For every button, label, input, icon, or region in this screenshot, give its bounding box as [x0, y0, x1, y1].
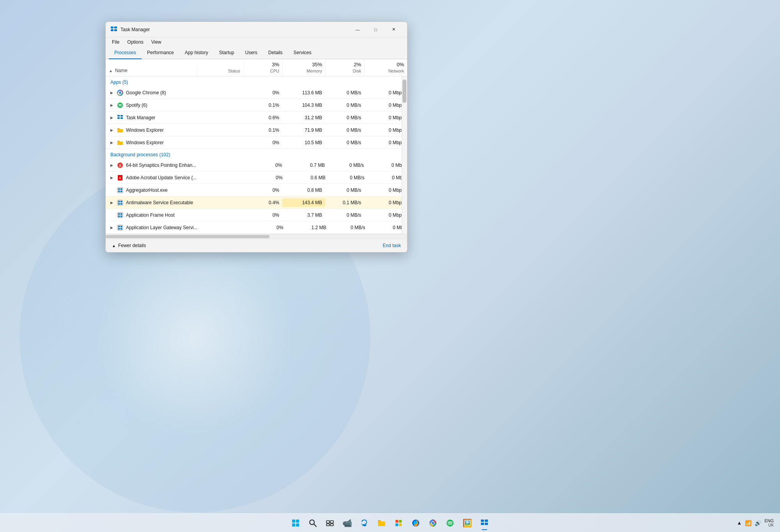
col-network[interactable]: 0% Network [364, 59, 407, 76]
process-name: Windows Explorer [126, 140, 164, 145]
h-scrollbar-thumb[interactable] [106, 235, 269, 238]
meet-taskbar-button[interactable]: 📹 [339, 515, 355, 531]
tab-startup[interactable]: Startup [214, 47, 240, 59]
process-memory: 104.3 MB [282, 101, 325, 110]
svg-rect-36 [121, 228, 122, 230]
expand-button[interactable]: ▶ [109, 225, 114, 230]
table-row[interactable]: ▶ Antimalware Service Executable 0.4% [106, 196, 407, 209]
process-name-cell: ▶ Google Chrome (8) [106, 88, 197, 98]
col-disk[interactable]: 2% Disk [325, 59, 364, 76]
chrome-process-icon [117, 89, 124, 96]
expand-button[interactable]: ▶ [109, 200, 114, 205]
minimize-button[interactable]: — [349, 23, 367, 36]
store-taskbar-button[interactable] [391, 515, 406, 531]
volume-icon[interactable]: 🔊 [755, 520, 761, 526]
process-disk: 0 MB/s [329, 223, 368, 232]
task-manager-window: Task Manager — □ ✕ File Options View Pro… [105, 21, 408, 253]
table-row[interactable]: Application Frame Host 0% 3.7 MB 0 MB/s … [106, 209, 407, 221]
file-explorer-taskbar-button[interactable] [374, 515, 389, 531]
process-disk: 0 MB/s [325, 101, 364, 110]
menu-options[interactable]: Options [124, 38, 146, 46]
col-memory[interactable]: 35% Memory [282, 59, 325, 76]
task-view-button[interactable] [322, 515, 338, 531]
process-memory: 113.6 MB [282, 88, 325, 97]
table-row[interactable]: ▶ Windows Explorer 0% 10.5 MB 0 MB/s 0 M… [106, 136, 407, 149]
scrollbar-thumb[interactable] [402, 80, 406, 103]
table-row[interactable]: ▶ Task Manager 0.6% 31.2 MB 0 MB/s [106, 111, 407, 124]
expand-button[interactable]: ▶ [109, 115, 114, 120]
col-cpu-pct: 3% [247, 62, 279, 68]
process-name-cell: ▶ A Adobe Acrobat Update Service (... [106, 173, 200, 183]
process-memory: 0.8 MB [282, 186, 325, 194]
chrome-taskbar-button[interactable] [425, 515, 441, 531]
fewer-details-label: Fewer details [118, 243, 146, 248]
alg-process-icon [117, 224, 124, 231]
svg-point-5 [119, 92, 121, 94]
explorer-process-icon [117, 127, 124, 134]
search-taskbar-button[interactable] [305, 515, 321, 531]
fewer-details-button[interactable]: ▲ Fewer details [112, 243, 146, 248]
process-name-cell: ▶ Windows Explorer [106, 125, 197, 135]
table-row[interactable]: ▶ S 64-bit Synaptics Pointing Enhan... 0… [106, 159, 407, 171]
process-cpu: 0.1% [243, 101, 282, 110]
process-name-cell: Application Frame Host [106, 210, 197, 220]
expand-button[interactable]: ▶ [109, 175, 114, 180]
col-cpu[interactable]: 3% CPU [243, 59, 282, 76]
process-name-cell: ▶ Antimalware Service Executable [106, 198, 197, 208]
expand-button[interactable]: ▶ [109, 103, 114, 108]
taskman-taskbar-button[interactable] [477, 515, 492, 531]
tab-users[interactable]: Users [239, 47, 262, 59]
col-status[interactable]: Status [197, 66, 243, 76]
svg-rect-28 [118, 213, 120, 215]
table-row[interactable]: ▶ Spotify (6) 0.1% 104.3 MB 0 MB/s [106, 99, 407, 111]
start-button[interactable] [288, 515, 303, 531]
firefox-taskbar-button[interactable] [408, 515, 424, 531]
table-row[interactable]: ▶ Google Chrome (8) [106, 87, 407, 99]
menu-view[interactable]: View [148, 38, 165, 46]
svg-rect-3 [114, 29, 117, 31]
process-name: Antimalware Service Executable [126, 200, 193, 205]
svg-rect-18 [118, 188, 120, 190]
expand-button[interactable]: ▶ [109, 163, 114, 168]
table-row[interactable]: ▶ Application Layer Gateway Servi... 0% [106, 221, 407, 234]
table-row[interactable]: ▶ A Adobe Acrobat Update Service (... 0%… [106, 171, 407, 184]
tab-processes[interactable]: Processes [109, 47, 142, 59]
table-row[interactable]: AggregatorHost.exe 0% 0.8 MB 0 MB/s 0 Mb… [106, 184, 407, 196]
process-cpu: 0% [243, 186, 282, 194]
chevron-up-icon[interactable]: ▲ [737, 520, 742, 526]
edge-taskbar-button[interactable] [356, 515, 372, 531]
expand-button[interactable]: ▶ [109, 140, 114, 145]
table-row[interactable]: ▶ Windows Explorer 0.1% 71.9 MB 0 MB/s 0… [106, 124, 407, 136]
process-memory: 0.7 MB [285, 161, 328, 170]
svg-rect-48 [395, 520, 398, 523]
process-status [197, 116, 243, 119]
process-network: 0 Mbps [364, 88, 407, 97]
svg-rect-51 [399, 523, 402, 526]
menu-file[interactable]: File [109, 38, 122, 46]
tab-details[interactable]: Details [263, 47, 288, 59]
expand-button[interactable]: ▶ [109, 90, 114, 95]
col-disk-pct: 2% [329, 62, 361, 68]
process-disk: 0 MB/s [328, 173, 367, 182]
process-memory: 143.4 MB [282, 198, 325, 207]
svg-rect-19 [121, 188, 122, 190]
tab-app-history[interactable]: App history [179, 47, 214, 59]
horizontal-scrollbar[interactable] [106, 234, 407, 239]
photos-taskbar-button[interactable]: 🖼️ [459, 515, 475, 531]
process-network: 0 Mbps [364, 101, 407, 110]
network-icon[interactable]: 📶 [745, 520, 752, 526]
spotify-taskbar-button[interactable] [442, 515, 458, 531]
process-network: 0 Mbps [364, 211, 407, 219]
maximize-button[interactable]: □ [367, 23, 385, 36]
col-status-label: Status [200, 68, 240, 74]
process-name: Application Layer Gateway Servi... [126, 225, 197, 230]
tab-performance[interactable]: Performance [142, 47, 179, 59]
col-disk-label: Disk [329, 68, 361, 74]
scrollbar-track[interactable] [402, 76, 407, 234]
tab-services[interactable]: Services [288, 47, 317, 59]
svg-rect-35 [118, 228, 120, 230]
taskbar-center: 📹 [288, 515, 492, 531]
close-button[interactable]: ✕ [385, 23, 402, 36]
expand-button[interactable]: ▶ [109, 127, 114, 133]
end-task-button[interactable]: End task [383, 243, 401, 248]
